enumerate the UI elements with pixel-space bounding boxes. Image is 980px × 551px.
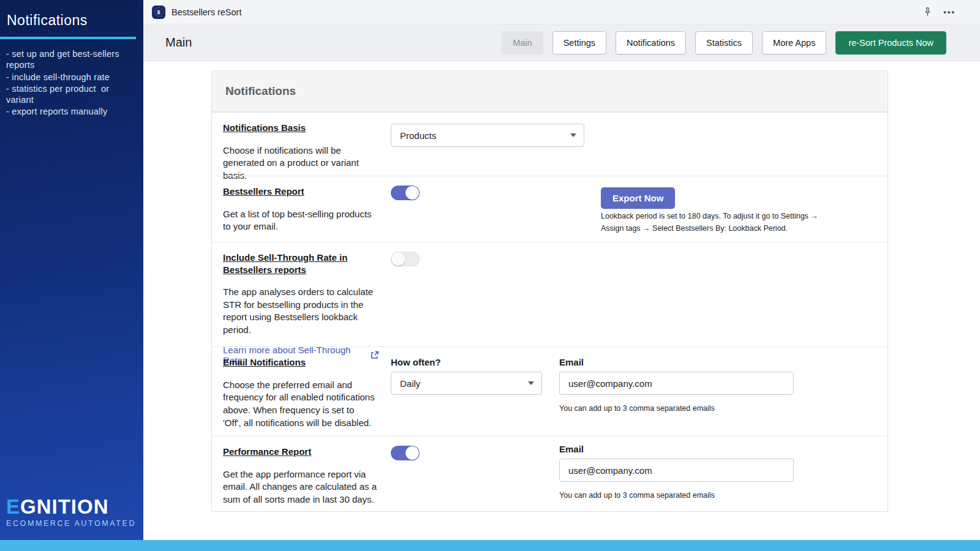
- section-sell-through-rate: Include Sell-Through Rate in Bestsellers…: [212, 242, 888, 347]
- section-title: Performance Report: [223, 446, 379, 458]
- sidebar: Notifications - set up and get best-sell…: [0, 0, 143, 540]
- toggle-knob: [391, 252, 405, 266]
- bottom-strip: [0, 540, 980, 551]
- sidebar-title: Notifications: [0, 0, 143, 29]
- pin-icon[interactable]: [923, 7, 932, 17]
- section-performance-report: Performance Report Get the app performan…: [212, 436, 888, 511]
- notifications-basis-select[interactable]: Products: [391, 124, 584, 147]
- dollar-resort-icon: $: [152, 6, 165, 19]
- tab-more-apps[interactable]: More Apps: [762, 31, 826, 54]
- ellipsis-menu-icon[interactable]: •••: [943, 7, 956, 17]
- egnition-wordmark: EGNITION: [6, 497, 136, 517]
- tab-statistics[interactable]: Statistics: [695, 31, 753, 54]
- section-bestsellers-report: Bestsellers Report Get a list of top bes…: [212, 176, 888, 242]
- bestsellers-report-toggle[interactable]: [391, 186, 420, 200]
- nav-buttons: Main Settings Notifications Statistics M…: [502, 31, 946, 54]
- ellipsis-glyph: •••: [943, 7, 956, 17]
- section-title: Notifications Basis: [223, 122, 379, 134]
- email-helper: You can add up to 3 comma separated emai…: [559, 404, 715, 413]
- tab-settings[interactable]: Settings: [552, 31, 606, 54]
- egnition-logo: EGNITION ECOMMERCE AUTOMATED: [6, 497, 136, 528]
- notifications-card: Notifications Notifications Basis Choose…: [211, 70, 888, 512]
- card-header: Notifications: [212, 71, 888, 112]
- select-value: Daily: [400, 378, 420, 389]
- toggle-knob: [405, 446, 419, 460]
- section-description: The app analyses orders to calculate STR…: [223, 286, 376, 337]
- section-description: Choose the preferred email and frequency…: [223, 379, 375, 430]
- nav-bar: Main Main Settings Notifications Statist…: [143, 24, 980, 61]
- select-value: Products: [400, 130, 436, 141]
- export-now-button[interactable]: Export Now: [601, 187, 675, 209]
- performance-email-input[interactable]: [559, 459, 794, 482]
- feature-item: - statistics per product or variant: [6, 83, 138, 106]
- dollar-glyph: $: [154, 7, 164, 17]
- section-title: Email Notifications: [223, 356, 379, 369]
- lookback-note-line1: Lookback period is set to 180 days. To a…: [601, 212, 818, 220]
- page-title: Main: [165, 36, 192, 50]
- sidebar-feature-list: - set up and get best-sellers reports - …: [0, 39, 143, 118]
- card-title: Notifications: [225, 84, 296, 98]
- chevron-down-icon: [570, 133, 576, 137]
- toggle-knob: [405, 186, 419, 200]
- section-email-notifications: Email Notifications Choose the preferred…: [212, 347, 888, 436]
- section-title: Include Sell-Through Rate in Bestsellers…: [223, 252, 376, 276]
- section-title: Bestsellers Report: [223, 186, 379, 198]
- tab-notifications[interactable]: Notifications: [616, 31, 686, 54]
- app-title: Bestsellers reSort: [172, 7, 241, 17]
- logo-tagline: ECOMMERCE AUTOMATED: [6, 519, 136, 528]
- performance-report-toggle[interactable]: [391, 446, 420, 460]
- section-description: Get a list of top best-selling products …: [223, 208, 375, 233]
- sell-through-rate-toggle[interactable]: [391, 252, 420, 266]
- topbar: $ Bestsellers reSort •••: [143, 0, 980, 24]
- logo-rest: GNITION: [20, 495, 109, 518]
- how-often-label: How often?: [391, 357, 441, 367]
- email-label: Email: [559, 444, 584, 454]
- feature-item: - include sell-through rate: [6, 72, 138, 83]
- feature-item: - set up and get best-sellers reports: [6, 48, 138, 71]
- chevron-down-icon: [528, 381, 534, 385]
- resort-products-now-button[interactable]: re-Sort Products Now: [835, 31, 946, 54]
- frequency-select[interactable]: Daily: [391, 372, 542, 395]
- lookback-note-line2: Assign tags → Select Bestsellers By: Loo…: [601, 224, 788, 233]
- email-label: Email: [559, 357, 584, 367]
- email-input[interactable]: [559, 372, 794, 395]
- main-content: Notifications Notifications Basis Choose…: [143, 61, 980, 540]
- feature-item: - export reports manually: [6, 106, 138, 117]
- logo-first-letter: E: [6, 495, 20, 518]
- tab-main[interactable]: Main: [502, 31, 543, 54]
- email-helper: You can add up to 3 comma separated emai…: [559, 491, 715, 500]
- section-description: Get the app performance report via email…: [223, 468, 377, 506]
- section-notifications-basis: Notifications Basis Choose if notificati…: [212, 112, 888, 176]
